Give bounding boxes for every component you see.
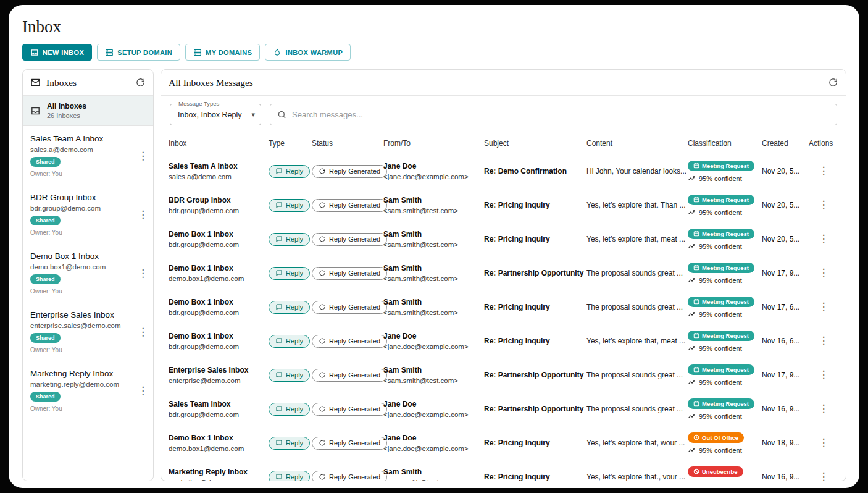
trending-up-icon bbox=[688, 344, 696, 352]
row-menu-button[interactable]: ⋮ bbox=[819, 301, 829, 313]
all-inboxes-count: 26 Inboxes bbox=[47, 112, 86, 119]
cell-inbox: Demo Box 1 Inbox bdr.group@demo.com bbox=[169, 298, 269, 316]
inbox-email: bdr.group@demo.com bbox=[30, 204, 101, 212]
status-badge: Reply Generated bbox=[312, 267, 387, 280]
cell-created: Nov 20, 5... bbox=[762, 235, 809, 243]
confidence-label: 95% confident bbox=[699, 277, 742, 284]
from-email: <sam.smith@test.com> bbox=[383, 275, 484, 282]
filter-row: Message Types Inbox, Inbox Reply ▾ bbox=[161, 96, 846, 133]
cell-subject: Re: Partnership Opportunity bbox=[484, 405, 586, 413]
sidebar-inbox-item[interactable]: Enterprise Sales Inbox enterprise.sales@… bbox=[23, 302, 153, 361]
inboxes-panel-title: Inboxes bbox=[46, 77, 77, 88]
message-row[interactable]: Marketing Reply Inbox marketing@demo.com… bbox=[161, 460, 846, 481]
sidebar-inbox-item[interactable]: BDR Group Inbox bdr.group@demo.com Share… bbox=[23, 185, 153, 243]
row-menu-button[interactable]: ⋮ bbox=[819, 335, 829, 347]
sidebar-inbox-item[interactable]: Marketing Reply Inbox marketing.reply@de… bbox=[23, 361, 153, 419]
message-row[interactable]: Enterprise Sales Inbox enterprise@demo.c… bbox=[161, 358, 846, 392]
from-email: <sam.smith@test.com> bbox=[383, 309, 484, 316]
from-name: Sam Smith bbox=[383, 264, 484, 272]
calendar-icon bbox=[693, 264, 699, 271]
confidence-label: 95% confident bbox=[699, 311, 742, 318]
cell-subject: Re: Pricing Inquiry bbox=[484, 201, 586, 209]
new-inbox-button[interactable]: NEW INBOX bbox=[22, 44, 92, 61]
refresh-messages-button[interactable] bbox=[828, 77, 838, 88]
inbox-owner: Owner: You bbox=[30, 171, 103, 177]
domains-icon bbox=[193, 48, 202, 57]
row-menu-button[interactable]: ⋮ bbox=[819, 403, 829, 415]
inbox-name: Marketing Reply Inbox bbox=[30, 369, 119, 378]
cell-status: Reply Generated bbox=[312, 199, 383, 212]
row-menu-button[interactable]: ⋮ bbox=[819, 471, 829, 481]
inbox-name: BDR Group Inbox bbox=[30, 193, 101, 202]
cell-fromto: Sam Smith <sam.smith@test.com> bbox=[383, 196, 484, 214]
type-badge: Reply bbox=[269, 437, 310, 450]
my-domains-button[interactable]: MY DOMAINS bbox=[185, 44, 260, 61]
inbox-email: demo.box1@demo.com bbox=[30, 263, 106, 271]
status-label: Reply Generated bbox=[329, 337, 380, 345]
sidebar-inbox-item[interactable]: Demo Box 1 Inbox demo.box1@demo.com Shar… bbox=[23, 243, 153, 302]
clock-icon bbox=[693, 434, 699, 440]
message-row[interactable]: Sales Team A Inbox sales.a@demo.com Repl… bbox=[161, 154, 846, 188]
from-email: <jane.doe@example.com> bbox=[383, 173, 484, 180]
row-inbox-name: Enterprise Sales Inbox bbox=[169, 366, 269, 374]
inbox-menu-button[interactable]: ⋮ bbox=[138, 151, 148, 161]
row-menu-button[interactable]: ⋮ bbox=[819, 233, 829, 245]
status-badge: Reply Generated bbox=[312, 369, 387, 382]
all-inboxes-item[interactable]: All Inboxes 26 Inboxes bbox=[23, 96, 153, 126]
refresh-inboxes-button[interactable] bbox=[135, 77, 146, 88]
cell-content: Yes, let’s explore that, meat ... bbox=[586, 337, 688, 345]
message-types-select[interactable]: Message Types Inbox, Inbox Reply ▾ bbox=[170, 104, 261, 125]
message-row[interactable]: Demo Box 1 Inbox demo.box1@demo.com Repl… bbox=[161, 426, 846, 460]
shared-badge: Shared bbox=[30, 392, 61, 402]
cell-actions: ⋮ bbox=[809, 437, 838, 449]
message-row[interactable]: Sales Team Inbox bdr.group@demo.com Repl… bbox=[161, 392, 846, 426]
cell-fromto: Sam Smith <sam.smith@test.com> bbox=[383, 264, 484, 282]
column-header-classification: Classification bbox=[688, 139, 762, 148]
sidebar-inbox-item[interactable]: Sales Team A Inbox sales.a@demo.com Shar… bbox=[23, 126, 153, 185]
cell-status: Reply Generated bbox=[312, 369, 383, 382]
setup-domain-button[interactable]: SETUP DOMAIN bbox=[97, 44, 180, 61]
inbox-email: marketing.reply@demo.com bbox=[30, 381, 119, 388]
calendar-icon bbox=[693, 400, 699, 407]
my-domains-label: MY DOMAINS bbox=[206, 49, 252, 56]
messages-panel-title: All Inboxes Messages bbox=[169, 77, 253, 88]
type-label: Reply bbox=[286, 303, 303, 311]
cell-subject: Re: Demo Confirmation bbox=[484, 167, 586, 175]
search-input[interactable] bbox=[292, 110, 830, 119]
type-badge: Reply bbox=[269, 369, 310, 382]
message-row[interactable]: Demo Box 1 Inbox bdr.group@demo.com Repl… bbox=[161, 222, 846, 256]
inbox-menu-button[interactable]: ⋮ bbox=[138, 386, 148, 396]
reply-chat-icon bbox=[275, 235, 283, 243]
row-menu-button[interactable]: ⋮ bbox=[819, 437, 829, 449]
message-row[interactable]: Demo Box 1 Inbox demo.box1@demo.com Repl… bbox=[161, 256, 846, 290]
inbox-tray-icon bbox=[30, 106, 41, 116]
status-label: Reply Generated bbox=[329, 201, 380, 209]
message-row[interactable]: Demo Box 1 Inbox bdr.group@demo.com Repl… bbox=[161, 290, 846, 324]
toolbar: NEW INBOX SETUP DOMAIN MY DOMAINS INBOX … bbox=[22, 44, 846, 61]
inbox-name: Enterprise Sales Inbox bbox=[30, 310, 121, 319]
classification-badge: Meeting Request bbox=[688, 398, 754, 409]
confidence-label: 95% confident bbox=[699, 175, 742, 182]
inbox-menu-button[interactable]: ⋮ bbox=[138, 327, 148, 337]
classification-badge: Meeting Request bbox=[688, 229, 754, 239]
inbox-warmup-button[interactable]: INBOX WARMUP bbox=[265, 44, 351, 61]
row-menu-button[interactable]: ⋮ bbox=[819, 165, 829, 177]
message-row[interactable]: BDR Group Inbox bdr.group@demo.com Reply… bbox=[161, 188, 846, 222]
cell-content: Yes, let’s explore that, wour ... bbox=[586, 439, 688, 447]
cell-type: Reply bbox=[269, 301, 312, 314]
row-menu-button[interactable]: ⋮ bbox=[819, 267, 829, 279]
inbox-menu-button[interactable]: ⋮ bbox=[138, 209, 148, 220]
message-row[interactable]: Demo Box 1 Inbox bdr.group@demo.com Repl… bbox=[161, 324, 846, 358]
trending-up-icon bbox=[688, 412, 696, 420]
classification-badge: Meeting Request bbox=[688, 331, 754, 341]
shared-badge: Shared bbox=[30, 333, 61, 343]
from-name: Jane Doe bbox=[383, 332, 484, 340]
row-menu-button[interactable]: ⋮ bbox=[819, 199, 829, 211]
from-name: Sam Smith bbox=[383, 468, 484, 476]
cell-inbox: Demo Box 1 Inbox demo.box1@demo.com bbox=[169, 264, 269, 282]
calendar-icon bbox=[693, 298, 699, 305]
inbox-menu-button[interactable]: ⋮ bbox=[138, 268, 148, 279]
confidence-label: 95% confident bbox=[699, 413, 742, 420]
row-menu-button[interactable]: ⋮ bbox=[819, 369, 829, 381]
status-label: Reply Generated bbox=[329, 269, 380, 277]
